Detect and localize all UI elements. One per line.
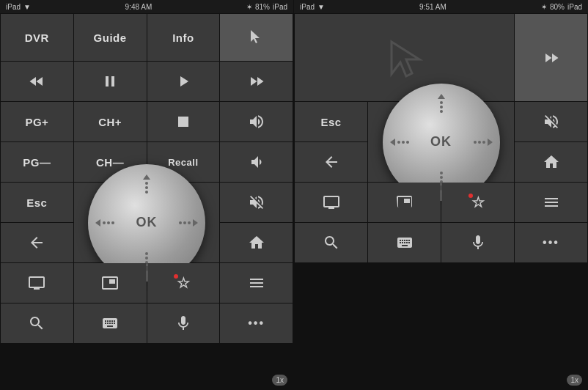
right-keyboard-icon <box>396 234 414 251</box>
right-status-left: iPad ▼ <box>300 3 325 11</box>
pg-minus-button[interactable]: PG— <box>1 142 73 182</box>
right-tv-button[interactable] <box>295 183 367 222</box>
right-pip-icon <box>396 194 414 211</box>
keyboard-button[interactable] <box>74 303 147 343</box>
home-button[interactable] <box>220 223 293 262</box>
right-status-bar: iPad ▼ 9:51 AM ✶ 80% iPad <box>294 0 588 13</box>
left-zoom-badge: 1x <box>272 375 287 386</box>
right-bluetooth-icon: ✶ <box>541 3 547 11</box>
cursor-icon <box>248 29 265 46</box>
guide-button[interactable]: Guide <box>74 14 147 61</box>
right-star-icon <box>471 194 485 211</box>
search-icon <box>28 314 45 332</box>
mute-button[interactable] <box>220 183 293 222</box>
right-fastfwd-button[interactable] <box>515 14 587 101</box>
menu-button[interactable] <box>220 263 293 303</box>
vol-down-icon <box>248 153 265 171</box>
left-bluetooth-icon: ✶ <box>246 3 252 11</box>
back-icon <box>28 234 45 251</box>
right-time: 9:51 AM <box>419 3 446 11</box>
left-remote-grid: DVR Guide Info <box>0 13 293 390</box>
right-esc-button[interactable]: Esc <box>295 102 367 141</box>
left-wifi-icon: ▼ <box>23 3 31 11</box>
dvr-button[interactable]: DVR <box>1 14 73 61</box>
cursor-button[interactable] <box>220 14 293 61</box>
keyboard-icon <box>101 314 119 332</box>
home-icon <box>248 234 265 251</box>
info-button[interactable]: Info <box>147 14 220 61</box>
right-panel: iPad ▼ 9:51 AM ✶ 80% iPad Esc <box>294 0 588 390</box>
right-mic-icon <box>469 234 487 251</box>
ch-plus-button[interactable]: CH+ <box>74 102 147 141</box>
right-fastfwd-icon <box>543 49 560 67</box>
vol-down-button[interactable] <box>220 142 293 182</box>
mic-button[interactable] <box>147 303 220 343</box>
vol-up-button[interactable] <box>220 102 293 141</box>
right-menu-button[interactable] <box>515 183 587 222</box>
right-home-button[interactable] <box>515 142 587 182</box>
play-button[interactable] <box>147 62 220 101</box>
right-more-dots: ••• <box>543 236 559 249</box>
pip-button[interactable] <box>74 263 147 303</box>
right-keyboard-button[interactable] <box>368 223 441 262</box>
mic-icon <box>174 314 192 332</box>
vol-up-icon <box>248 113 265 130</box>
rewind-button[interactable] <box>1 62 73 101</box>
pause-button[interactable] <box>74 62 147 101</box>
right-back-icon <box>323 153 340 171</box>
tv-icon <box>28 274 45 292</box>
star-dot <box>174 274 178 279</box>
right-more-button[interactable]: ••• <box>515 223 587 262</box>
left-status-left: iPad ▼ <box>6 3 31 11</box>
rewind-icon <box>28 73 45 90</box>
right-star-button[interactable] <box>441 183 514 222</box>
mute-icon <box>248 194 265 211</box>
more-button[interactable]: ••• <box>220 303 293 343</box>
right-back-button[interactable] <box>295 142 367 182</box>
right-zoom-badge: 1x <box>567 375 582 386</box>
esc-button[interactable]: Esc <box>1 183 73 222</box>
play-icon <box>174 73 192 90</box>
left-panel: iPad ▼ 9:48 AM ✶ 81% iPad DVR Guide Info <box>0 0 294 390</box>
left-time: 9:48 AM <box>125 3 152 11</box>
right-search-icon <box>323 234 340 251</box>
stop-button[interactable] <box>147 102 220 141</box>
star-icon <box>177 274 190 292</box>
pg-plus-button[interactable]: PG+ <box>1 102 73 141</box>
left-carrier: iPad <box>6 3 21 11</box>
search-button[interactable] <box>1 303 73 343</box>
pause-icon <box>101 73 119 90</box>
right-star-dot <box>468 194 473 198</box>
right-mute-icon <box>543 113 560 130</box>
right-tv-icon <box>323 194 340 211</box>
fastfwd-icon <box>248 73 265 90</box>
right-dpad-container[interactable]: OK <box>368 102 514 182</box>
right-carrier: iPad <box>300 3 315 11</box>
star-button[interactable] <box>147 263 220 303</box>
right-battery: 80% <box>550 3 565 11</box>
right-status-right: ✶ 80% iPad <box>541 3 582 11</box>
right-mute-button[interactable] <box>515 102 587 141</box>
right-device: iPad <box>567 3 582 11</box>
dpad-container[interactable]: OK <box>74 183 220 262</box>
right-pip-button[interactable] <box>368 183 441 222</box>
left-battery: 81% <box>255 3 270 11</box>
back-button[interactable] <box>1 223 73 262</box>
left-device: iPad <box>273 3 287 11</box>
menu-icon <box>248 274 265 292</box>
large-cursor-icon <box>383 36 427 80</box>
right-mic-button[interactable] <box>441 223 514 262</box>
fastfwd-button[interactable] <box>220 62 293 101</box>
right-home-icon <box>543 153 560 171</box>
right-remote-grid: Esc <box>294 13 588 390</box>
right-menu-icon <box>543 194 560 211</box>
right-wifi-icon: ▼ <box>317 3 325 11</box>
stop-icon <box>174 113 192 130</box>
pip-icon <box>101 274 119 292</box>
svg-rect-0 <box>178 117 188 127</box>
tv-button[interactable] <box>1 263 73 303</box>
left-status-right: ✶ 81% iPad <box>246 3 287 11</box>
right-search-button[interactable] <box>295 223 367 262</box>
more-dots: ••• <box>248 317 265 330</box>
left-status-bar: iPad ▼ 9:48 AM ✶ 81% iPad <box>0 0 293 13</box>
